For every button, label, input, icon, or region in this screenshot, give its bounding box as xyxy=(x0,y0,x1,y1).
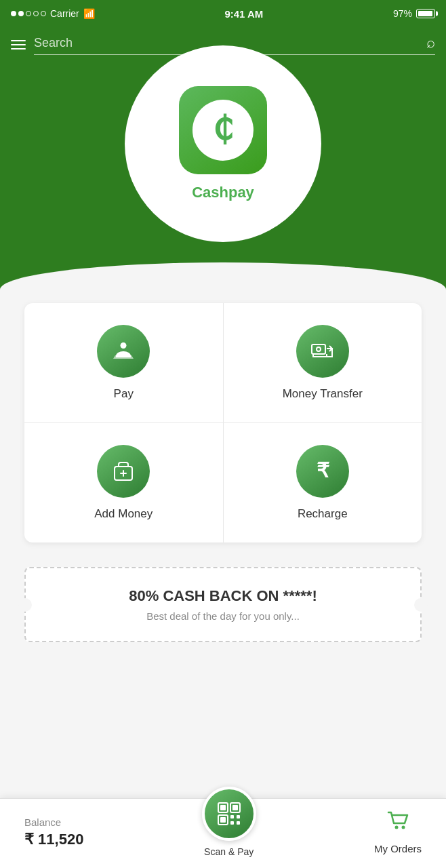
svg-text:₵: ₵ xyxy=(213,111,234,146)
add-money-label: Add Money xyxy=(94,507,153,521)
status-bar: Carrier 📶 9:41 AM 97% xyxy=(0,0,446,27)
scan-label: Scan & Pay xyxy=(204,846,254,857)
orders-label: My Orders xyxy=(374,843,422,854)
dot2 xyxy=(18,11,24,16)
bottom-spacer xyxy=(0,653,446,721)
pay-label: Pay xyxy=(114,387,134,401)
balance-section: Balance ₹ 11,520 xyxy=(24,816,83,848)
svg-rect-7 xyxy=(220,805,226,810)
cart-icon xyxy=(386,810,410,839)
hero-bottom xyxy=(0,262,446,290)
grid-row-2: Add Money ₹ Recharge xyxy=(24,423,422,542)
my-orders-button[interactable]: My Orders xyxy=(374,810,422,854)
grid-card: Pay Money Transfer xyxy=(24,303,422,542)
clock: 9:41 AM xyxy=(224,8,263,20)
search-icon[interactable]: ⌕ xyxy=(426,34,435,52)
grid-item-add-money[interactable]: Add Money xyxy=(24,423,224,542)
grid-section: Pay Money Transfer xyxy=(0,290,446,556)
dot3 xyxy=(26,11,31,16)
wifi-icon: 📶 xyxy=(83,8,95,19)
svg-rect-9 xyxy=(232,805,238,810)
app-name: Cashpay xyxy=(192,184,254,201)
hamburger-line-3 xyxy=(11,48,26,50)
battery-icon xyxy=(416,9,435,18)
svg-text:₹: ₹ xyxy=(316,459,329,481)
dot1 xyxy=(11,11,16,16)
money-transfer-icon-circle xyxy=(296,325,349,378)
svg-point-3 xyxy=(317,347,321,351)
scan-pay-button[interactable]: Scan & Pay xyxy=(202,807,256,857)
svg-rect-14 xyxy=(230,821,234,825)
banner-section: 80% CASH BACK ON *****! Best deal of the… xyxy=(0,556,446,653)
hamburger-line-2 xyxy=(11,44,26,45)
svg-rect-2 xyxy=(312,344,325,354)
hamburger-line-1 xyxy=(11,40,26,41)
hero-circle: ₵ Cashpay xyxy=(125,45,321,242)
balance-amount: ₹ 11,520 xyxy=(24,831,83,848)
grid-row-1: Pay Money Transfer xyxy=(24,303,422,423)
grid-item-money-transfer[interactable]: Money Transfer xyxy=(224,303,422,423)
signal-dots xyxy=(11,11,46,16)
battery-fill xyxy=(418,11,432,16)
dot4 xyxy=(33,11,39,16)
add-money-icon-circle xyxy=(97,445,150,498)
status-left: Carrier 📶 xyxy=(11,8,95,19)
recharge-icon-circle: ₹ xyxy=(296,445,349,498)
status-right: 97% xyxy=(393,8,435,19)
app-logo: ₵ xyxy=(179,86,267,174)
app-logo-letter: ₵ xyxy=(192,100,254,161)
hero-section: ₵ Cashpay xyxy=(0,66,446,262)
scan-circle xyxy=(202,787,256,841)
svg-rect-11 xyxy=(220,817,226,823)
grid-item-pay[interactable]: Pay xyxy=(24,303,224,423)
pay-icon-circle xyxy=(97,325,150,378)
promo-banner[interactable]: 80% CASH BACK ON *****! Best deal of the… xyxy=(24,567,422,642)
svg-rect-13 xyxy=(237,815,240,818)
svg-rect-12 xyxy=(230,815,234,818)
banner-title: 80% CASH BACK ON *****! xyxy=(37,587,409,605)
svg-rect-15 xyxy=(237,821,240,825)
recharge-label: Recharge xyxy=(298,507,348,521)
battery-percent: 97% xyxy=(393,8,412,19)
money-transfer-label: Money Transfer xyxy=(283,387,363,401)
grid-item-recharge[interactable]: ₹ Recharge xyxy=(224,423,422,542)
hamburger-button[interactable] xyxy=(11,40,26,50)
balance-label: Balance xyxy=(24,816,83,828)
banner-subtitle: Best deal of the day for you only... xyxy=(37,610,409,622)
bottom-bar: Balance ₹ 11,520 Scan & Pay xyxy=(0,798,446,868)
svg-point-17 xyxy=(401,826,405,829)
dot5 xyxy=(41,11,46,16)
carrier-label: Carrier xyxy=(50,8,79,19)
svg-point-16 xyxy=(394,826,398,829)
